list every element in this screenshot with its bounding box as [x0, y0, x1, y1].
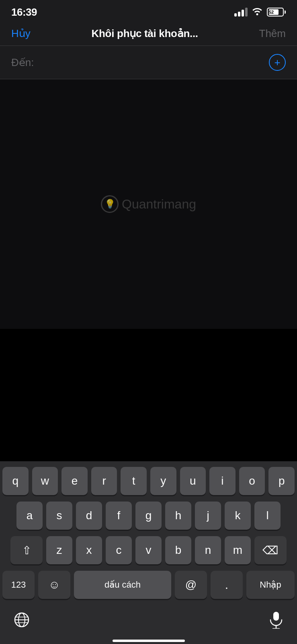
emoji-key[interactable]: ☺	[38, 571, 70, 599]
key-g[interactable]: g	[135, 502, 162, 530]
key-s[interactable]: s	[46, 502, 72, 530]
home-bar	[113, 640, 185, 642]
keyboard-row-3: ⇧ z x c v b n m ⌫	[2, 536, 295, 564]
key-c[interactable]: c	[106, 536, 132, 564]
battery-container: 52	[267, 8, 286, 17]
key-v[interactable]: v	[135, 536, 162, 564]
space-key[interactable]: dấu cách	[74, 571, 171, 599]
key-a[interactable]: a	[16, 502, 43, 530]
watermark: 💡 Quantrimang	[101, 195, 196, 213]
key-h[interactable]: h	[165, 502, 191, 530]
enter-key[interactable]: Nhập	[246, 571, 295, 599]
key-m[interactable]: m	[225, 536, 251, 564]
key-l[interactable]: l	[254, 502, 281, 530]
home-indicator	[2, 640, 295, 644]
key-e[interactable]: e	[61, 467, 88, 495]
page-title: Khôi phục tài khoản...	[92, 27, 198, 40]
key-f[interactable]: f	[106, 502, 132, 530]
key-k[interactable]: k	[225, 502, 251, 530]
cancel-button[interactable]: Hủy	[11, 27, 31, 40]
keyboard: q w e r t y u i o p a s d f g h j k l ⇧ …	[0, 461, 297, 644]
keyboard-row-1: q w e r t y u i o p	[2, 467, 295, 495]
to-field: Đến: +	[0, 46, 297, 79]
main-content: 💡 Quantrimang	[0, 79, 297, 329]
numbers-key[interactable]: 123	[2, 571, 35, 599]
key-y[interactable]: y	[150, 467, 176, 495]
key-z[interactable]: z	[46, 536, 72, 564]
key-w[interactable]: w	[32, 467, 58, 495]
key-n[interactable]: n	[195, 536, 221, 564]
keyboard-row-4: 123 ☺ dấu cách @ . Nhập	[2, 571, 295, 599]
add-contact-button[interactable]: +	[269, 54, 286, 71]
key-t[interactable]: t	[121, 467, 147, 495]
delete-key[interactable]: ⌫	[254, 536, 287, 564]
key-j[interactable]: j	[195, 502, 221, 530]
shift-key[interactable]: ⇧	[10, 536, 43, 564]
to-label: Đến:	[11, 56, 34, 69]
battery-icon: 52	[267, 8, 284, 17]
key-i[interactable]: i	[209, 467, 236, 495]
mic-key[interactable]	[269, 611, 283, 629]
wifi-icon	[252, 6, 263, 18]
navigation-bar: Hủy Khôi phục tài khoản... Thêm	[0, 22, 297, 46]
key-r[interactable]: r	[91, 467, 117, 495]
add-button[interactable]: Thêm	[259, 27, 286, 40]
dot-key[interactable]: .	[211, 571, 243, 599]
key-x[interactable]: x	[76, 536, 102, 564]
status-bar: 16:39 52	[0, 0, 297, 22]
watermark-icon: 💡	[101, 195, 119, 213]
key-q[interactable]: q	[2, 467, 29, 495]
at-key[interactable]: @	[175, 571, 207, 599]
status-time: 16:39	[11, 6, 37, 19]
watermark-text: Quantrimang	[122, 197, 196, 212]
key-d[interactable]: d	[76, 502, 102, 530]
signal-icon	[234, 8, 248, 17]
key-o[interactable]: o	[239, 467, 265, 495]
key-u[interactable]: u	[180, 467, 206, 495]
keyboard-bottom	[2, 605, 295, 640]
key-p[interactable]: p	[268, 467, 295, 495]
status-icons: 52	[234, 6, 286, 18]
globe-key[interactable]	[14, 612, 30, 628]
key-b[interactable]: b	[165, 536, 191, 564]
svg-rect-5	[273, 612, 279, 621]
keyboard-row-2: a s d f g h j k l	[2, 502, 295, 530]
